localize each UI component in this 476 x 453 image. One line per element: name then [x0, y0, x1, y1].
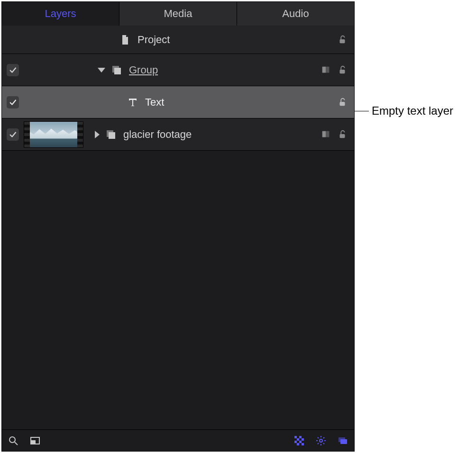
- row-project[interactable]: Project: [2, 26, 354, 54]
- layers-list: Project Group: [2, 26, 354, 429]
- group-icon: [110, 64, 123, 76]
- svg-rect-21: [294, 441, 297, 443]
- footage-thumbnail: [24, 121, 83, 148]
- gear-icon[interactable]: [315, 435, 327, 446]
- tab-audio[interactable]: Audio: [237, 2, 354, 26]
- panel-footer: [2, 429, 354, 451]
- svg-point-12: [9, 437, 15, 443]
- panel-tabs: Layers Media Audio: [2, 2, 354, 26]
- unlock-icon[interactable]: [337, 65, 348, 75]
- unlock-icon[interactable]: [337, 35, 348, 45]
- svg-rect-20: [302, 438, 304, 441]
- search-icon[interactable]: [8, 435, 19, 446]
- svg-rect-10: [326, 131, 329, 137]
- svg-rect-24: [302, 443, 304, 445]
- callout-text: Empty text layer: [372, 104, 453, 118]
- svg-rect-4: [326, 66, 329, 72]
- svg-rect-27: [340, 439, 347, 444]
- row-footage[interactable]: glacier footage: [2, 118, 354, 151]
- row-text[interactable]: Text: [2, 86, 354, 118]
- svg-rect-3: [322, 66, 326, 72]
- stack-icon[interactable]: [337, 435, 348, 446]
- svg-point-25: [320, 439, 322, 442]
- svg-rect-6: [340, 102, 345, 106]
- checkbox-text[interactable]: [7, 96, 19, 109]
- document-icon: [119, 34, 132, 45]
- tab-layers[interactable]: Layers: [2, 2, 119, 26]
- row-group[interactable]: Group: [2, 54, 354, 86]
- unlock-icon[interactable]: [337, 129, 348, 140]
- group-icon: [104, 129, 118, 140]
- text-type-icon: [126, 97, 139, 108]
- row-label-footage[interactable]: glacier footage: [123, 128, 321, 141]
- svg-rect-8: [109, 132, 115, 139]
- checkerboard-icon[interactable]: [293, 435, 305, 446]
- frame-icon[interactable]: [29, 435, 41, 446]
- svg-rect-15: [31, 441, 35, 444]
- mask-flag-icon[interactable]: [321, 129, 331, 140]
- svg-rect-17: [294, 436, 297, 438]
- svg-rect-19: [297, 438, 299, 441]
- row-label-project: Project: [137, 34, 337, 46]
- svg-rect-5: [340, 70, 345, 73]
- tab-media[interactable]: Media: [119, 2, 237, 26]
- callout-empty-text-layer: Empty text layer: [355, 104, 453, 118]
- disclosure-footage[interactable]: [95, 131, 100, 138]
- svg-rect-0: [340, 39, 345, 43]
- svg-rect-2: [114, 68, 121, 74]
- svg-rect-22: [299, 441, 302, 443]
- checkbox-group[interactable]: [7, 64, 19, 76]
- svg-rect-11: [340, 134, 345, 138]
- checkbox-footage[interactable]: [7, 128, 19, 141]
- unlock-icon[interactable]: [337, 97, 348, 108]
- disclosure-group[interactable]: [98, 68, 105, 72]
- svg-rect-23: [297, 443, 299, 445]
- row-label-text[interactable]: Text: [145, 96, 337, 109]
- row-label-group[interactable]: Group: [129, 64, 321, 76]
- mask-flag-icon[interactable]: [321, 65, 331, 75]
- layers-panel: Layers Media Audio Project: [1, 1, 355, 452]
- callout-line: [355, 111, 369, 111]
- svg-rect-18: [299, 436, 302, 438]
- svg-rect-9: [322, 131, 326, 137]
- svg-line-13: [15, 442, 18, 445]
